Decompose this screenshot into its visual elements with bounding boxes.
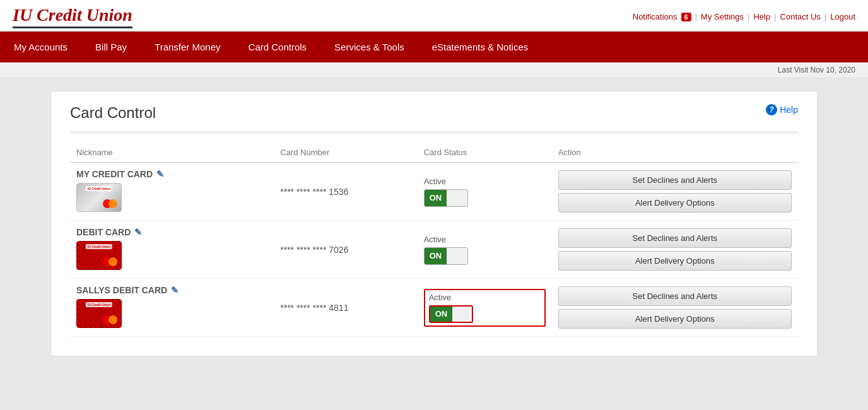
card-status-cell: Active ON — [418, 279, 552, 337]
card-number: **** **** **** 1536 — [280, 187, 348, 197]
mastercard-logo — [103, 199, 117, 208]
status-container: Active ON — [424, 235, 546, 265]
page-title: Card Control — [70, 104, 156, 122]
card-number: **** **** **** 7026 — [280, 245, 348, 255]
edit-icon[interactable]: ✎ — [156, 169, 164, 179]
set-declines-btn[interactable]: Set Declines and Alerts — [558, 286, 792, 306]
card-control-header: Card Control ? Help — [70, 104, 798, 122]
set-declines-btn[interactable]: Set Declines and Alerts — [558, 170, 792, 190]
card-number-cell: **** **** **** 4811 — [274, 279, 417, 337]
status-label: Active — [429, 293, 541, 302]
col-nickname: Nickname — [70, 143, 274, 163]
nickname-name: MY CREDIT CARD ✎ — [76, 169, 267, 179]
card-number-cell: **** **** **** 7026 — [274, 221, 417, 279]
card-image: IU Credit Union — [76, 299, 122, 328]
help-icon: ? — [766, 104, 777, 115]
col-card-status: Card Status — [418, 143, 552, 163]
table-row: MY CREDIT CARD ✎ IU Credit Union **** **… — [70, 163, 798, 221]
help-link-top[interactable]: Help — [753, 12, 770, 21]
nickname-cell: DEBIT CARD ✎ IU Credit Union — [70, 221, 274, 279]
status-label: Active — [424, 235, 546, 244]
col-action: Action — [552, 143, 798, 163]
status-toggle[interactable]: ON — [429, 305, 473, 323]
card-visual: IU Credit Union — [76, 183, 122, 212]
action-cell: Set Declines and Alerts Alert Delivery O… — [552, 221, 798, 279]
content-wrapper: Card Control ? Help Nickname Card Number… — [0, 78, 868, 369]
top-nav: Notifications 6 | My Settings | Help | C… — [633, 12, 855, 21]
alert-delivery-btn[interactable]: Alert Delivery Options — [558, 309, 792, 329]
toggle-off — [447, 248, 467, 264]
col-card-number: Card Number — [274, 143, 417, 163]
table-row: SALLYS DEBIT CARD ✎ IU Credit Union ****… — [70, 279, 798, 337]
edit-icon[interactable]: ✎ — [171, 285, 179, 295]
mastercard-logo — [103, 257, 117, 266]
nickname-name: SALLYS DEBIT CARD ✎ — [76, 285, 267, 295]
nickname-name: DEBIT CARD ✎ — [76, 227, 267, 237]
logo: IU Credit Union — [13, 5, 132, 28]
action-buttons: Set Declines and Alerts Alert Delivery O… — [558, 286, 792, 329]
notifications-badge: 6 — [681, 13, 691, 21]
card-control-box: Card Control ? Help Nickname Card Number… — [50, 91, 818, 356]
alert-delivery-btn[interactable]: Alert Delivery Options — [558, 251, 792, 271]
highlighted-status: Active ON — [424, 289, 546, 327]
card-image: IU Credit Union — [76, 183, 122, 212]
my-settings-link[interactable]: My Settings — [701, 12, 744, 21]
last-visit-bar: Last Visit Nov 10, 2020 — [0, 62, 868, 78]
notifications-link[interactable]: Notifications — [633, 12, 677, 21]
edit-icon[interactable]: ✎ — [134, 227, 142, 237]
help-link[interactable]: ? Help — [766, 104, 798, 115]
card-status-cell: Active ON — [418, 163, 552, 221]
logout-link[interactable]: Logout — [830, 12, 855, 21]
toggle-off — [447, 190, 467, 206]
nav-card-controls[interactable]: Card Controls — [235, 32, 321, 62]
card-status-cell: Active ON — [418, 221, 552, 279]
alert-delivery-btn[interactable]: Alert Delivery Options — [558, 193, 792, 213]
toggle-on: ON — [425, 248, 447, 264]
last-visit-text: Last Visit Nov 10, 2020 — [778, 66, 855, 74]
card-table: Nickname Card Number Card Status Action … — [70, 143, 798, 337]
status-toggle[interactable]: ON — [424, 247, 468, 265]
card-visual: IU Credit Union — [76, 299, 122, 328]
nickname-cell: MY CREDIT CARD ✎ IU Credit Union — [70, 163, 274, 221]
help-label: Help — [780, 105, 798, 115]
top-bar: IU Credit Union Notifications 6 | My Set… — [0, 0, 868, 32]
toggle-off — [452, 307, 472, 322]
nickname-cell: SALLYS DEBIT CARD ✎ IU Credit Union — [70, 279, 274, 337]
card-number: **** **** **** 4811 — [280, 303, 348, 313]
mastercard-logo — [103, 315, 117, 324]
status-label: Active — [424, 177, 546, 186]
set-declines-btn[interactable]: Set Declines and Alerts — [558, 228, 792, 248]
action-cell: Set Declines and Alerts Alert Delivery O… — [552, 163, 798, 221]
status-container: Active ON — [424, 177, 546, 207]
nav-bill-pay[interactable]: Bill Pay — [81, 32, 141, 62]
action-cell: Set Declines and Alerts Alert Delivery O… — [552, 279, 798, 337]
action-buttons: Set Declines and Alerts Alert Delivery O… — [558, 228, 792, 271]
card-number-cell: **** **** **** 1536 — [274, 163, 417, 221]
toggle-on: ON — [425, 190, 447, 206]
toggle-on: ON — [430, 307, 453, 322]
main-nav: My Accounts Bill Pay Transfer Money Card… — [0, 32, 868, 62]
nav-transfer-money[interactable]: Transfer Money — [141, 32, 234, 62]
contact-us-link[interactable]: Contact Us — [780, 12, 821, 21]
nav-services-tools[interactable]: Services & Tools — [320, 32, 418, 62]
nav-my-accounts[interactable]: My Accounts — [0, 32, 81, 62]
card-visual: IU Credit Union — [76, 241, 122, 270]
card-image: IU Credit Union — [76, 241, 122, 270]
action-buttons: Set Declines and Alerts Alert Delivery O… — [558, 170, 792, 213]
status-toggle[interactable]: ON — [424, 189, 468, 207]
table-row: DEBIT CARD ✎ IU Credit Union **** **** *… — [70, 221, 798, 279]
nav-estatements[interactable]: eStatements & Notices — [418, 32, 542, 62]
